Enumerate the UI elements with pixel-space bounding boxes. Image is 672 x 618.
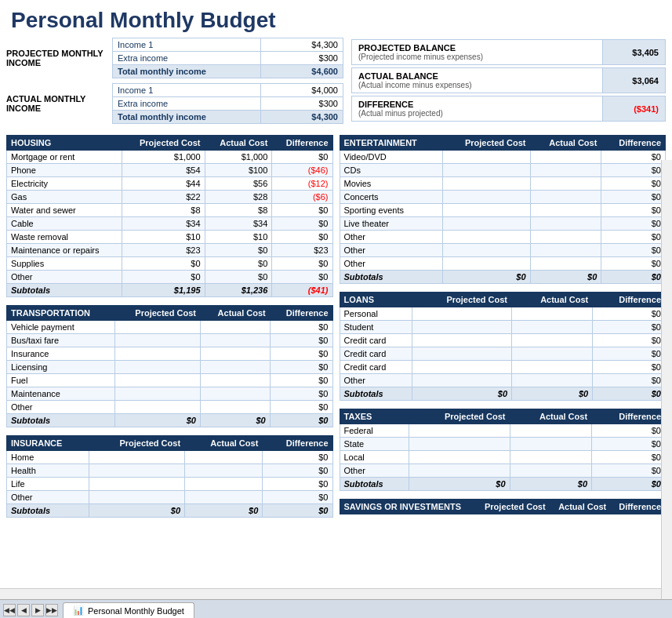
income-row: Extra income $300: [113, 97, 343, 111]
actual-cost: [200, 321, 270, 334]
next-sheet-arrow[interactable]: ▶: [31, 604, 44, 616]
savings-table: SAVINGS OR INVESTMENTS Projected Cost Ac…: [340, 499, 667, 514]
entertainment-table: ENTERTAINMENT Projected Cost Actual Cost…: [340, 135, 667, 284]
sheet-tab[interactable]: 📊 Personal Monthly Budget: [63, 602, 194, 618]
actual-cost: [530, 257, 601, 271]
difference: $0: [592, 464, 666, 478]
actual-cost: [512, 347, 593, 361]
difference: $0: [593, 307, 666, 321]
transportation-diff-header: Difference: [270, 306, 332, 321]
difference: $0: [592, 438, 666, 451]
row-name: Cable: [7, 217, 122, 231]
projected-cost: $44: [122, 177, 205, 191]
projected-cost: $10: [122, 231, 205, 244]
row-name: CDs: [340, 164, 442, 177]
subtotal-row: Subtotals$0$0$0: [340, 387, 666, 401]
actual-cost: $0: [205, 257, 272, 271]
last-sheet-arrow[interactable]: ▶▶: [45, 604, 58, 616]
table-row: Other$0: [7, 491, 333, 504]
row-name: Other: [7, 271, 122, 284]
table-row: Cable$34$34$0: [7, 217, 333, 231]
actual-cost: $56: [205, 177, 272, 191]
subtotal-diff: ($41): [272, 284, 332, 297]
loans-table: LOANS Projected Cost Actual Cost Differe…: [340, 292, 667, 401]
subtotal-actual: $1,236: [205, 284, 272, 297]
row-name: Credit card: [340, 347, 412, 361]
difference-main: DIFFERENCE: [358, 100, 596, 109]
table-row: Insurance$0: [7, 347, 333, 361]
table-row: Maintenance or repairs$23$0$23: [7, 244, 333, 257]
table-row: Life$0: [7, 478, 333, 491]
subtotal-projected: $0: [412, 387, 512, 401]
difference: $0: [593, 374, 666, 387]
projected-cost: [409, 438, 510, 451]
entertainment-diff-header: Difference: [601, 136, 666, 151]
table-row: Maintenance$0: [7, 387, 333, 401]
actual-income-block: ACTUAL MONTHLY INCOME Income 1 $4,000 Ex…: [6, 83, 343, 124]
vertical-scrollbar[interactable]: [661, 160, 672, 599]
difference: $0: [272, 257, 332, 271]
actual-cost: [185, 464, 263, 478]
actual-cost: [200, 334, 270, 347]
table-row: Federal$0: [340, 424, 666, 438]
difference: $0: [601, 164, 666, 177]
row-name: Supplies: [7, 257, 122, 271]
difference: $0: [263, 464, 332, 478]
actual-cost: [530, 217, 601, 231]
difference: $0: [270, 401, 332, 414]
projected-cost: [114, 374, 200, 387]
projected-cost: [442, 204, 530, 217]
income-item-name: Extra income: [113, 97, 261, 111]
entertainment-section-label: ENTERTAINMENT: [340, 136, 442, 151]
actual-cost: [512, 334, 593, 347]
projected-balance-row: PROJECTED BALANCE (Projected income minu…: [351, 39, 666, 65]
taxes-header: TAXES Projected Cost Actual Cost Differe…: [340, 409, 666, 424]
transportation-header: TRANSPORTATION Projected Cost Actual Cos…: [7, 306, 333, 321]
difference: $0: [272, 217, 332, 231]
tab-label: Personal Monthly Budget: [88, 606, 184, 616]
table-row: Phone$54$100($46): [7, 164, 333, 177]
difference: $0: [272, 271, 332, 284]
row-name: Credit card: [340, 361, 412, 374]
actual-cost: [530, 151, 601, 164]
projected-cost: [89, 464, 185, 478]
actual-cost: [510, 424, 592, 438]
sheet-nav: ◀◀ ◀ ▶ ▶▶: [3, 604, 58, 616]
table-row: Other$0: [340, 257, 666, 271]
actual-balance-label: ACTUAL BALANCE (Actual income minus expe…: [352, 68, 602, 93]
row-name: Local: [340, 451, 409, 464]
income-row: Income 1 $4,000: [113, 84, 343, 97]
table-row: Credit card$0: [340, 361, 666, 374]
table-row: Health$0: [7, 464, 333, 478]
actual-cost: $100: [205, 164, 272, 177]
actual-cost: $0: [205, 271, 272, 284]
actual-income-label: ACTUAL MONTHLY INCOME: [6, 83, 112, 124]
subtotal-diff: $0: [592, 478, 666, 491]
balance-section: PROJECTED BALANCE (Projected income minu…: [351, 38, 666, 129]
projected-cost: [442, 164, 530, 177]
actual-cost: [530, 191, 601, 204]
loans-projected-header: Projected Cost: [412, 293, 512, 307]
prev-sheet-arrow[interactable]: ◀: [17, 604, 30, 616]
income-amount: $300: [260, 97, 343, 111]
housing-projected-header: Projected Cost: [122, 136, 205, 151]
insurance-header: INSURANCE Projected Cost Actual Cost Dif…: [7, 436, 333, 451]
horizontal-scrollbar[interactable]: [0, 588, 661, 599]
subtotal-projected: $0: [89, 504, 185, 518]
projected-cost: [412, 374, 512, 387]
actual-cost: [200, 374, 270, 387]
actual-cost: $10: [205, 231, 272, 244]
projected-cost: [412, 361, 512, 374]
table-row: Supplies$0$0$0: [7, 257, 333, 271]
subtotal-diff: $0: [263, 504, 332, 518]
housing-header: HOUSING Projected Cost Actual Cost Diffe…: [7, 136, 333, 151]
projected-cost: $1,000: [122, 151, 205, 164]
actual-cost: [200, 387, 270, 401]
main-tables: HOUSING Projected Cost Actual Cost Diffe…: [0, 135, 672, 525]
transportation-table: TRANSPORTATION Projected Cost Actual Cos…: [6, 305, 333, 427]
subtotal-actual: $0: [512, 387, 593, 401]
page-title: Personal Monthly Budget: [0, 0, 672, 38]
first-sheet-arrow[interactable]: ◀◀: [3, 604, 16, 616]
income-amount: $4,300: [260, 38, 343, 52]
subtotal-row: Subtotals$1,195$1,236($41): [7, 284, 333, 297]
